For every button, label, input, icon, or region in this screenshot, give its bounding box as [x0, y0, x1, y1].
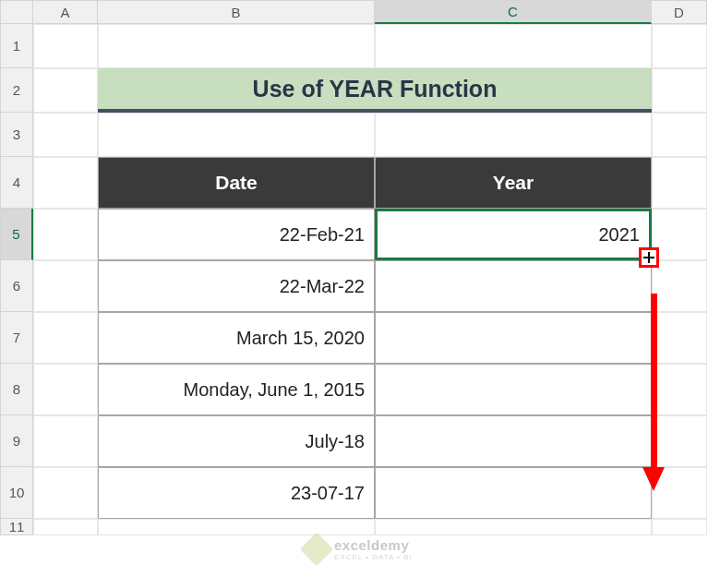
cell-b8[interactable]: Monday, June 1, 2015 — [98, 364, 375, 415]
cell-d5[interactable] — [652, 209, 707, 260]
cell-c8[interactable] — [375, 364, 652, 415]
row-header-8[interactable]: 8 — [0, 364, 33, 415]
cell-a6[interactable] — [33, 260, 98, 312]
cell-a4[interactable] — [33, 157, 98, 209]
cell-a5[interactable] — [33, 209, 98, 260]
watermark-logo-icon — [300, 533, 334, 567]
cell-d4[interactable] — [652, 157, 707, 209]
cell-c6[interactable] — [375, 260, 652, 312]
title-cell[interactable]: Use of YEAR Function — [98, 68, 652, 113]
row-header-6[interactable]: 6 — [0, 260, 33, 312]
cell-b1[interactable] — [98, 24, 375, 68]
cell-a3[interactable] — [33, 113, 98, 157]
cell-c5-value: 2021 — [599, 224, 641, 246]
cell-c1[interactable] — [375, 24, 652, 68]
cell-c7[interactable] — [375, 312, 652, 364]
watermark-tagline: EXCEL • DATA • BI — [334, 553, 413, 561]
autofill-arrow-annotation — [642, 294, 665, 492]
row-header-11[interactable]: 11 — [0, 519, 33, 535]
cell-a11[interactable] — [33, 519, 98, 535]
cell-b3[interactable] — [98, 113, 375, 157]
cell-c10[interactable] — [375, 467, 652, 519]
row-header-1[interactable]: 1 — [0, 24, 33, 68]
cell-b7[interactable]: March 15, 2020 — [98, 312, 375, 364]
cell-c9[interactable] — [375, 415, 652, 467]
spreadsheet-grid: A B C D 1 2 Use of YEAR Function 3 4 Dat… — [0, 0, 708, 535]
cell-a1[interactable] — [33, 24, 98, 68]
row-header-10[interactable]: 10 — [0, 467, 33, 519]
header-date[interactable]: Date — [98, 157, 375, 209]
row-header-7[interactable]: 7 — [0, 312, 33, 364]
cell-d1[interactable] — [652, 24, 707, 68]
cell-a10[interactable] — [33, 467, 98, 519]
cell-c11[interactable] — [375, 519, 652, 535]
cell-b10[interactable]: 23-07-17 — [98, 467, 375, 519]
col-header-a[interactable]: A — [33, 0, 98, 24]
row-header-4[interactable]: 4 — [0, 157, 33, 209]
row-header-5[interactable]: 5 — [0, 209, 33, 260]
cell-c5[interactable]: 2021 — [375, 209, 652, 260]
fill-handle[interactable] — [639, 247, 659, 268]
cell-d2[interactable] — [652, 68, 707, 113]
row-header-3[interactable]: 3 — [0, 113, 33, 157]
cell-b11[interactable] — [98, 519, 375, 535]
row-header-2[interactable]: 2 — [0, 68, 33, 113]
col-header-c[interactable]: C — [375, 0, 652, 24]
cell-a2[interactable] — [33, 68, 98, 113]
row-header-9[interactable]: 9 — [0, 415, 33, 467]
cell-b5[interactable]: 22-Feb-21 — [98, 209, 375, 260]
watermark-name: exceldemy — [334, 537, 413, 553]
cell-a9[interactable] — [33, 415, 98, 467]
cell-b6[interactable]: 22-Mar-22 — [98, 260, 375, 312]
select-all-corner[interactable] — [0, 0, 33, 24]
cell-c3[interactable] — [375, 113, 652, 157]
cell-d3[interactable] — [652, 113, 707, 157]
cell-b9[interactable]: July-18 — [98, 415, 375, 467]
header-year[interactable]: Year — [375, 157, 652, 209]
watermark: exceldemy EXCEL • DATA • BI — [305, 537, 413, 561]
col-header-d[interactable]: D — [652, 0, 707, 24]
cell-a8[interactable] — [33, 364, 98, 415]
col-header-b[interactable]: B — [98, 0, 375, 24]
cell-a7[interactable] — [33, 312, 98, 364]
cell-d11[interactable] — [652, 519, 707, 535]
